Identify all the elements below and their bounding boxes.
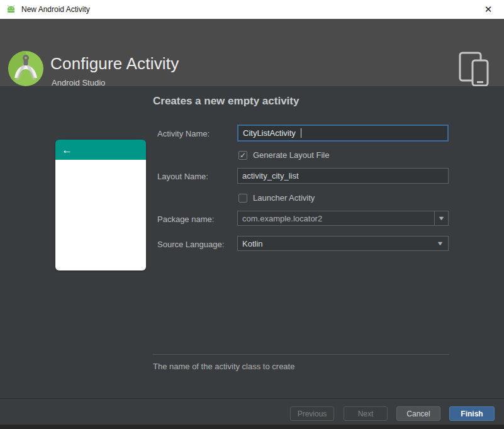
- wizard-footer: Previous Next Cancel Finish: [0, 398, 504, 425]
- source-language-dropdown[interactable]: Kotlin ▼: [237, 236, 449, 251]
- package-name-label: Package name:: [157, 214, 214, 224]
- launcher-activity-label: Launcher Activity: [253, 193, 315, 203]
- chevron-down-icon: ▼: [437, 215, 445, 221]
- android-robot-icon: [6, 5, 16, 14]
- launcher-activity-row: Launcher Activity: [238, 193, 315, 203]
- checkmark-icon: ✓: [240, 152, 246, 159]
- next-button[interactable]: Next: [344, 406, 388, 421]
- window-title: New Android Activity: [21, 5, 90, 14]
- chevron-down-icon: ▼: [436, 240, 444, 247]
- wizard-header: Configure Activity Android Studio: [0, 19, 504, 86]
- package-name-value: com.example.locator2: [238, 214, 434, 223]
- activity-name-label: Activity Name:: [157, 129, 210, 138]
- layout-name-label: Layout Name:: [157, 172, 208, 181]
- layout-name-input[interactable]: [237, 168, 449, 184]
- step-heading: Creates a new empty activity: [153, 95, 299, 108]
- android-studio-logo: [8, 50, 44, 87]
- new-android-activity-dialog: New Android Activity ✕ Configure Activit…: [0, 0, 504, 429]
- preview-body: [55, 160, 146, 270]
- activity-preview: ←: [55, 140, 146, 270]
- helper-text: The name of the activity class to create: [153, 362, 294, 371]
- activity-name-input[interactable]: [237, 125, 449, 142]
- wizard-content: Creates a new empty activity ← Activity …: [0, 86, 504, 398]
- source-language-arrow[interactable]: ▼: [432, 237, 448, 250]
- title-bar: New Android Activity ✕: [0, 0, 504, 19]
- close-icon[interactable]: ✕: [481, 3, 495, 16]
- package-name-combobox[interactable]: com.example.locator2 ▼: [237, 211, 449, 226]
- finish-button[interactable]: Finish: [449, 406, 495, 421]
- generate-layout-checkbox[interactable]: ✓: [238, 151, 247, 160]
- cancel-button[interactable]: Cancel: [396, 406, 440, 421]
- window-bottom-edge: [0, 425, 504, 429]
- source-language-value: Kotlin: [238, 239, 432, 248]
- previous-button[interactable]: Previous: [290, 406, 334, 421]
- back-arrow-icon: ←: [62, 145, 72, 155]
- wizard-title: Configure Activity: [50, 54, 179, 74]
- helper-divider: [153, 354, 449, 355]
- package-name-dropdown-button[interactable]: ▼: [434, 211, 448, 225]
- preview-app-bar: ←: [55, 140, 146, 160]
- launcher-activity-checkbox[interactable]: [238, 194, 247, 203]
- generate-layout-label: Generate Layout File: [253, 150, 329, 160]
- generate-layout-row: ✓ Generate Layout File: [238, 150, 329, 160]
- phone-tablet-icon: [457, 50, 490, 88]
- source-language-label: Source Language:: [157, 240, 224, 249]
- text-caret: [301, 128, 301, 138]
